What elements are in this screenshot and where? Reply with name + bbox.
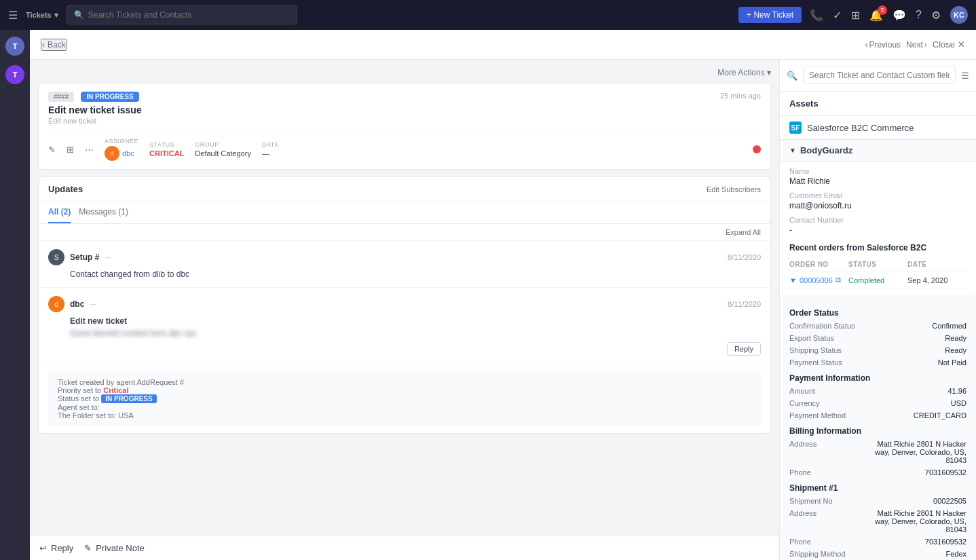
- right-panel-list-icon[interactable]: ☰: [961, 71, 969, 81]
- payment-info-title: Payment Information: [789, 373, 966, 383]
- help-icon[interactable]: ?: [916, 9, 922, 21]
- group-meta: GROUP Default Category: [195, 141, 251, 157]
- expand-all-btn[interactable]: Expand All: [726, 228, 761, 236]
- search-input[interactable]: [88, 10, 290, 20]
- author-name-2: dbc: [70, 299, 84, 309]
- next-button[interactable]: Next ›: [906, 40, 927, 50]
- email-value: matt@oniosoft.ru: [789, 201, 966, 210]
- notifications-icon[interactable]: 🔔 5: [869, 9, 883, 22]
- meta-icon-copy[interactable]: ⊞: [67, 145, 74, 155]
- assignee-avatar: d: [105, 146, 119, 161]
- bodyguardz-label: BodyGuardz: [800, 145, 852, 155]
- tab-all[interactable]: All (2): [48, 202, 71, 223]
- ticket-number: ####: [48, 92, 74, 102]
- sidebar-avatar-2[interactable]: T: [5, 65, 24, 84]
- private-note-icon: ✎: [84, 543, 92, 553]
- update-item-1: S Setup # ··· 8/11/2020 Contact changed …: [39, 241, 770, 288]
- updates-title: Updates: [48, 184, 83, 194]
- ticket-subtitle: Edit new ticket: [48, 117, 142, 125]
- contact-number-value: -: [789, 225, 966, 235]
- update-item-2: d dbc ··· 8/11/2020 Edit new ticket Some…: [39, 288, 770, 365]
- assets-section: Assets: [780, 92, 976, 116]
- orders-section: Recent orders from Salesforce B2C ORDER …: [780, 243, 976, 295]
- order-row-1[interactable]: ▼ 00005006 ⧉ Completed Sep 4, 2020: [789, 272, 966, 289]
- updates-tabs: All (2) Messages (1): [39, 202, 770, 224]
- amount-row: Amount 41.96: [789, 387, 966, 395]
- shipping-method-row: Shipping Method Fedex: [789, 550, 966, 558]
- more-actions-button[interactable]: More Actions ▾: [717, 68, 771, 77]
- close-button[interactable]: Close ✕: [933, 39, 965, 50]
- name-label: Name: [789, 167, 966, 175]
- user-avatar[interactable]: KC: [950, 6, 968, 24]
- sidebar-avatar-1[interactable]: T: [5, 37, 24, 56]
- tab-messages[interactable]: Messages (1): [79, 202, 128, 223]
- order-status-title: Order Status: [789, 308, 966, 318]
- previous-button[interactable]: ‹ Previous: [865, 40, 901, 50]
- ticket-dot-indicator: [753, 145, 761, 153]
- ticket-status-badge: IN PROGRESS: [81, 92, 138, 102]
- search-icon: 🔍: [74, 10, 84, 20]
- grid-icon[interactable]: ⊞: [851, 9, 860, 22]
- new-ticket-button[interactable]: + New Ticket: [738, 7, 802, 23]
- salesforce-label: Salesforce B2C Commerce: [807, 123, 914, 133]
- chat-icon[interactable]: 💬: [893, 9, 906, 22]
- order-date-1: Sep 4, 2020: [907, 276, 966, 284]
- ticket-time: 25 mins ago: [720, 92, 761, 100]
- ticket-title: Edit new ticket issue: [48, 105, 142, 115]
- status-badge-inline: IN PROGRESS: [101, 394, 156, 403]
- shipment-address-row: Address Matt Richie 2801 N Hacker way, D…: [789, 509, 966, 534]
- edit-subscribers-link[interactable]: Edit Subscribers: [707, 185, 761, 193]
- left-sidebar: T T: [0, 30, 30, 560]
- name-value: Matt Richie: [789, 176, 966, 186]
- contact-number-label: Contact Number: [789, 216, 966, 224]
- meta-icon-more[interactable]: ⋯: [85, 145, 94, 155]
- ticket-header-card: #### IN PROGRESS Edit new ticket issue E…: [38, 83, 771, 170]
- export-row: Export Status Ready: [789, 334, 966, 342]
- status-meta: STATUS CRITICAL: [149, 141, 184, 157]
- right-panel-search: 🔍 ☰: [780, 60, 976, 92]
- salesforce-item[interactable]: SF Salesforce B2C Commerce: [780, 116, 976, 140]
- author-avatar-2: d: [48, 296, 64, 312]
- order-status-1: Completed: [848, 276, 907, 284]
- reply-bar: ↩ Reply ✎ Private Note: [30, 536, 779, 560]
- phone-icon[interactable]: 📞: [810, 9, 823, 22]
- back-button[interactable]: ‹ Back: [41, 39, 67, 51]
- hamburger-icon[interactable]: ☰: [8, 9, 18, 22]
- check-icon[interactable]: ✓: [833, 9, 842, 22]
- private-note-button[interactable]: ✎ Private Note: [84, 543, 145, 553]
- reply-button[interactable]: ↩ Reply: [39, 543, 73, 553]
- nav-icons: 📞 ✓ ⊞ 🔔 5 💬 ? ⚙ KC: [810, 6, 968, 24]
- top-nav: ☰ Tickets ▾ 🔍 + New Ticket 📞 ✓ ⊞ 🔔 5 💬 ?…: [0, 0, 976, 30]
- ticket-creation-block: Ticket created by agent AddRequest # Pri…: [48, 371, 761, 426]
- bodyguardz-section: ▼ BodyGuardz Name Matt Richie Customer E…: [780, 140, 976, 560]
- bodyguardz-header[interactable]: ▼ BodyGuardz: [780, 140, 976, 162]
- col-date: DATE: [907, 261, 966, 268]
- billing-phone-row: Phone 7031609532: [789, 468, 966, 477]
- billing-address-row: Address Matt Richie 2801 N Hacker way, D…: [789, 440, 966, 464]
- right-search-input[interactable]: [803, 67, 956, 84]
- currency-row: Currency USD: [789, 399, 966, 407]
- shipment-no-row: Shipment No 00022505: [789, 497, 966, 505]
- reply-inline-button[interactable]: Reply: [727, 342, 761, 356]
- settings-icon[interactable]: ⚙: [931, 9, 941, 22]
- meta-icon-edit[interactable]: ✎: [48, 145, 56, 155]
- author-sub-1: ···: [105, 253, 111, 261]
- ticket-meta-row: ✎ ⊞ ⋯ ASSIGNEE d dbc STAT: [48, 132, 761, 161]
- assets-title: Assets: [789, 98, 819, 109]
- confirmation-row: Confirmation Status Confirmed: [789, 322, 966, 330]
- more-actions-bar: More Actions ▾: [38, 68, 771, 77]
- orders-table-header: ORDER NO STATUS DATE: [789, 258, 966, 272]
- updates-section: Updates Edit Subscribers All (2) Message…: [38, 176, 771, 434]
- reply-icon: ↩: [39, 543, 47, 553]
- email-label: Customer Email: [789, 191, 966, 200]
- order-details: Order Status Confirmation Status Confirm…: [780, 295, 976, 560]
- updates-filter: Expand All: [39, 224, 770, 241]
- col-status: STATUS: [848, 261, 907, 268]
- shipping-row: Shipping Status Ready: [789, 346, 966, 354]
- payment-method-row: Payment Method CREDIT_CARD: [789, 411, 966, 419]
- author-avatar-1: S: [48, 249, 64, 265]
- app-title[interactable]: Tickets ▾: [26, 11, 58, 20]
- search-bar[interactable]: 🔍: [67, 5, 297, 24]
- notification-badge: 5: [878, 5, 887, 15]
- right-panel: 🔍 ☰ Assets SF Salesforce B2C Commerce ▼: [779, 60, 976, 560]
